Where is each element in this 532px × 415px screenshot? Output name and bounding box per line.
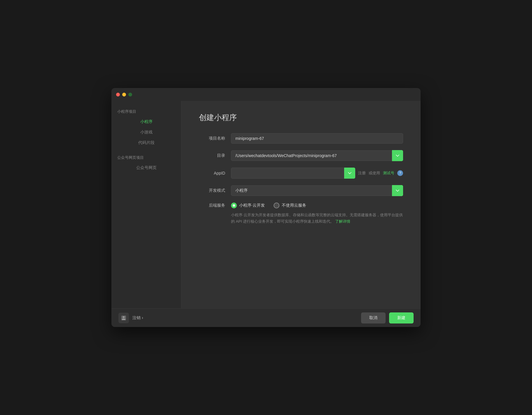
user-icon <box>120 315 127 321</box>
dev-mode-control <box>231 185 403 196</box>
chevron-down-icon <box>348 171 352 175</box>
appid-register-text: 注册 <box>358 170 366 176</box>
sidebar-item-miniprogram[interactable]: 小程序 <box>111 117 181 127</box>
backend-control: 小程序·云开发 不使用云服务 <box>231 203 403 208</box>
project-name-label: 项目名称 <box>199 136 225 141</box>
appid-dropdown-button[interactable] <box>344 168 355 179</box>
project-name-control <box>231 133 403 144</box>
radio-no-cloud-option[interactable]: 不使用云服务 <box>274 203 306 208</box>
page-title: 创建小程序 <box>199 112 403 123</box>
maximize-button[interactable] <box>128 93 132 96</box>
appid-or-text: 或使用 <box>369 170 380 176</box>
radio-no-cloud-circle <box>274 203 279 208</box>
minimize-button[interactable] <box>122 93 126 96</box>
sidebar-section-mp-webpage: 公众号网页项目 <box>111 153 181 163</box>
appid-row: AppID 注册 或使用 测试号 <box>199 168 403 179</box>
svg-point-1 <box>123 316 125 318</box>
directory-row: 目录 <box>199 150 403 161</box>
description-block: 小程序·云开发为开发者提供数据库、存储和云函数等完整的云端支持。无需搭建服务器，… <box>231 212 403 225</box>
dev-mode-label: 开发模式 <box>199 188 225 193</box>
sidebar-item-minigame[interactable]: 小游戏 <box>111 127 181 138</box>
appid-input-wrap <box>231 168 355 179</box>
appid-control: 注册 或使用 测试号 ? <box>231 168 403 179</box>
sidebar-section-miniprogram-project: 小程序项目 <box>111 107 181 117</box>
directory-dropdown-wrap <box>231 150 403 161</box>
backend-row: 后端服务 小程序·云开发 不使用云服务 <box>199 203 403 208</box>
radio-no-cloud-label: 不使用云服务 <box>282 203 306 208</box>
create-button[interactable]: 新建 <box>389 312 414 323</box>
content-area: 小程序项目 小程序 小游戏 代码片段 公众号网页项目 公众号网页 创建小程序 项… <box>111 101 421 308</box>
footer: 注销 › 取消 新建 <box>111 308 421 327</box>
user-avatar-icon[interactable] <box>118 313 129 323</box>
dev-mode-dropdown-wrap <box>231 185 403 196</box>
description-text: 小程序·云开发为开发者提供数据库、存储和云函数等完整的云端支持。无需搭建服务器，… <box>231 212 403 225</box>
close-button[interactable] <box>116 93 120 96</box>
sidebar: 小程序项目 小程序 小游戏 代码片段 公众号网页项目 公众号网页 <box>111 101 181 308</box>
chevron-down-icon <box>396 189 400 193</box>
help-icon[interactable]: ? <box>397 170 403 176</box>
project-name-row: 项目名称 <box>199 133 403 144</box>
directory-label: 目录 <box>199 153 225 158</box>
backend-label: 后端服务 <box>199 203 225 208</box>
appid-label: AppID <box>199 171 225 175</box>
footer-right: 取消 新建 <box>361 312 414 323</box>
dev-mode-dropdown-button[interactable] <box>392 185 403 196</box>
learn-more-link[interactable]: 了解详情 <box>335 219 350 224</box>
titlebar <box>111 88 421 101</box>
cancel-button[interactable]: 取消 <box>361 312 386 323</box>
appid-test-link[interactable]: 测试号 <box>383 170 394 176</box>
sidebar-item-code-snippet[interactable]: 代码片段 <box>111 138 181 148</box>
directory-dropdown-button[interactable] <box>392 150 403 161</box>
app-window: 小程序项目 小程序 小游戏 代码片段 公众号网页项目 公众号网页 创建小程序 项… <box>111 88 421 327</box>
dev-mode-row: 开发模式 <box>199 185 403 196</box>
radio-cloud-circle <box>231 203 237 208</box>
chevron-down-icon <box>396 154 400 158</box>
footer-left: 注销 › <box>118 313 143 323</box>
radio-cloud-option[interactable]: 小程序·云开发 <box>231 203 265 208</box>
project-name-input[interactable] <box>231 133 403 144</box>
dev-mode-input[interactable] <box>231 185 392 196</box>
appid-input-row: 注册 或使用 测试号 ? <box>231 168 403 179</box>
sidebar-item-mp-webpage[interactable]: 公众号网页 <box>111 163 181 173</box>
main-content: 创建小程序 项目名称 目录 <box>181 101 421 308</box>
directory-input[interactable] <box>231 150 392 161</box>
logout-button[interactable]: 注销 › <box>132 315 143 321</box>
directory-control <box>231 150 403 161</box>
radio-group: 小程序·云开发 不使用云服务 <box>231 203 403 208</box>
traffic-lights <box>116 93 132 96</box>
radio-cloud-label: 小程序·云开发 <box>239 203 265 208</box>
appid-input[interactable] <box>231 168 344 179</box>
